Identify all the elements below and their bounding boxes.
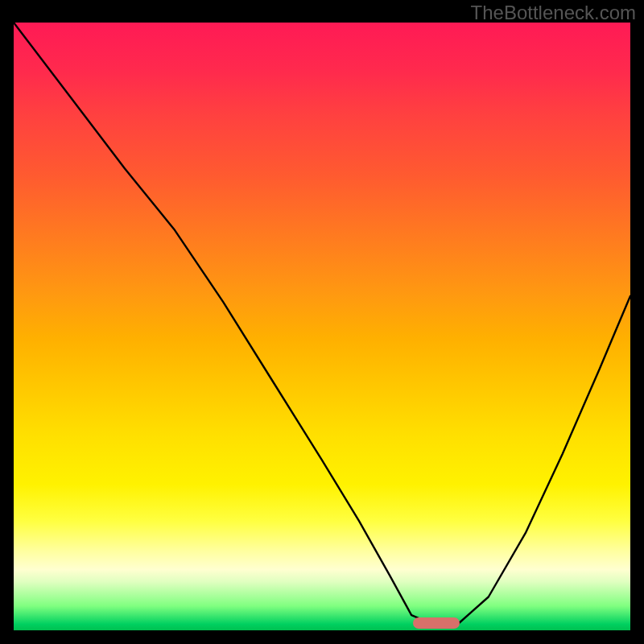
chart-area [14, 23, 630, 630]
watermark-text: TheBottleneck.com [471, 2, 636, 24]
curve-path [14, 23, 630, 625]
bottleneck-curve [14, 23, 630, 630]
optimal-marker [413, 617, 459, 629]
